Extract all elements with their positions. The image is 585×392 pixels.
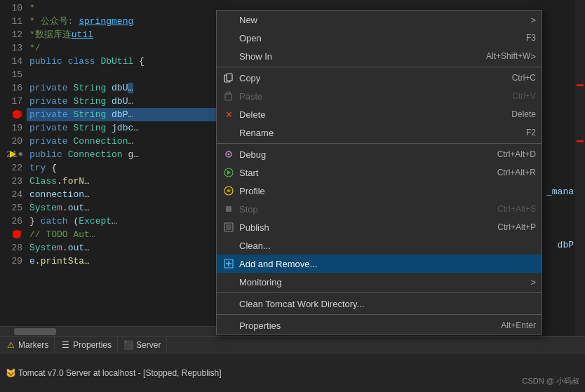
properties-icon: ☰ [60, 340, 70, 350]
rename-icon [222, 126, 235, 139]
show-in-arrow: > [530, 51, 536, 62]
menu-profile-label: Profile [239, 186, 522, 196]
tab-markers-label: Markers [18, 340, 48, 350]
watermark: CSDN @ 小码叔 [523, 376, 579, 386]
svg-rect-1 [227, 74, 232, 81]
markers-icon: ⚠ [6, 340, 15, 350]
tab-bar: ⚠ Markers ☰ Properties ⬛ Server [0, 336, 585, 353]
menu-open-label: Open [239, 33, 512, 43]
side-label-dbp: dbP [558, 240, 574, 250]
menu-item-start[interactable]: Start Ctrl+Alt+R [217, 163, 542, 182]
menu-publish-label: Publish [239, 222, 483, 233]
clean-tomcat-icon [222, 297, 235, 310]
menu-new-label: New [239, 15, 530, 25]
svg-marker-7 [227, 170, 231, 175]
menu-item-delete[interactable]: ✕ Delete Delete [217, 105, 542, 123]
status-bar: 🐱 Tomcat v7.0 Server at localhost - [Sto… [0, 353, 585, 392]
menu-item-debug[interactable]: Debug Ctrl+Alt+D [217, 145, 542, 163]
menu-item-stop[interactable]: Stop Ctrl+Alt+S [217, 200, 542, 218]
tomcat-icon: 🐱 [6, 368, 15, 378]
separator-2 [217, 143, 542, 144]
monitoring-icon [222, 276, 235, 288]
add-remove-icon [222, 257, 235, 270]
menu-delete-label: Delete [239, 109, 497, 120]
menu-rename-shortcut: F2 [512, 128, 536, 137]
menu-add-remove-label: Add and Remove... [239, 259, 536, 269]
scroll-marker [577, 84, 584, 86]
menu-copy-label: Copy [239, 73, 498, 83]
menu-show-in-shortcut: Alt+Shift+W [472, 51, 530, 61]
clean-icon [222, 239, 235, 252]
menu-item-paste[interactable]: Paste Ctrl+V [217, 87, 542, 105]
menu-item-profile[interactable]: Profile [217, 182, 542, 200]
context-menu: New > Open F3 Show In Alt+Shift+W > Copy… [216, 10, 542, 335]
publish-icon [222, 221, 235, 234]
menu-rename-label: Rename [239, 128, 512, 138]
debug-icon [222, 148, 235, 161]
right-gutter [575, 0, 585, 337]
scroll-marker-2 [577, 140, 584, 142]
menu-properties-label: Properties [239, 320, 487, 331]
menu-item-publish[interactable]: Publish Ctrl+Alt+P [217, 218, 542, 236]
copy-icon [222, 72, 235, 84]
show-in-icon [222, 50, 235, 62]
separator-3 [217, 292, 542, 293]
menu-stop-shortcut: Ctrl+Alt+S [483, 204, 536, 214]
menu-paste-label: Paste [239, 91, 498, 102]
separator-1 [217, 67, 542, 67]
menu-debug-label: Debug [239, 149, 483, 160]
menu-item-add-remove[interactable]: Add and Remove... [217, 255, 542, 273]
menu-publish-shortcut: Ctrl+Alt+P [483, 222, 536, 232]
menu-item-copy[interactable]: Copy Ctrl+C [217, 69, 542, 87]
properties-menu-icon [222, 319, 235, 332]
stop-icon [222, 203, 235, 215]
svg-rect-2 [225, 94, 231, 100]
menu-monitoring-label: Monitoring [239, 277, 530, 288]
menu-item-monitoring[interactable]: Monitoring > [217, 273, 542, 291]
menu-clean-label: Clean... [239, 241, 536, 251]
tab-server-label: Server [136, 340, 161, 350]
menu-item-clean-tomcat[interactable]: Clean Tomcat Work Directory... [217, 295, 542, 313]
menu-delete-shortcut: Delete [497, 109, 536, 119]
scrollbar-thumb[interactable] [14, 328, 56, 335]
menu-item-clean[interactable]: Clean... [217, 236, 542, 255]
menu-paste-shortcut: Ctrl+V [498, 91, 536, 101]
menu-open-shortcut: F3 [512, 33, 536, 43]
menu-copy-shortcut: Ctrl+C [498, 73, 536, 83]
menu-debug-shortcut: Ctrl+Alt+D [483, 149, 536, 159]
menu-item-show-in[interactable]: Show In Alt+Shift+W > [217, 47, 542, 65]
menu-start-label: Start [239, 168, 483, 178]
menu-item-rename[interactable]: Rename F2 [217, 123, 542, 142]
line-numbers: 10 11 12 13 14 15 16 17 18 19 20 21◉ 22 … [0, 0, 27, 268]
new-arrow: > [530, 15, 536, 25]
menu-show-in-label: Show In [239, 51, 472, 62]
tab-properties-label: Properties [73, 340, 112, 350]
tab-markers[interactable]: ⚠ Markers [0, 337, 55, 353]
start-icon [222, 166, 235, 179]
svg-rect-3 [227, 92, 230, 94]
tab-properties[interactable]: ☰ Properties [55, 337, 118, 353]
profile-icon [222, 184, 235, 197]
paste-icon [222, 90, 235, 102]
code-editor: 10 11 12 13 14 15 16 17 18 19 20 21◉ 22 … [0, 0, 585, 392]
server-icon: ⬛ [123, 340, 133, 350]
side-label-mana: _mana [546, 187, 574, 197]
server-status: 🐱 Tomcat v7.0 Server at localhost - [Sto… [6, 368, 221, 378]
new-icon [222, 13, 235, 26]
separator-4 [217, 314, 542, 315]
menu-start-shortcut: Ctrl+Alt+R [483, 168, 536, 177]
menu-stop-label: Stop [239, 204, 483, 215]
code-area: 10 11 12 13 14 15 16 17 18 19 20 21◉ 22 … [0, 0, 217, 337]
menu-item-open[interactable]: Open F3 [217, 29, 542, 47]
server-status-text: Tomcat v7.0 Server at localhost - [Stopp… [18, 368, 221, 378]
monitoring-arrow: > [530, 277, 536, 288]
menu-item-new[interactable]: New > [217, 11, 542, 29]
tab-server[interactable]: ⬛ Server [118, 337, 167, 353]
menu-properties-shortcut: Alt+Enter [487, 320, 536, 330]
svg-point-5 [228, 154, 230, 156]
open-icon [222, 32, 235, 44]
menu-item-properties[interactable]: Properties Alt+Enter [217, 316, 542, 334]
menu-clean-tomcat-label: Clean Tomcat Work Directory... [239, 299, 536, 309]
horizontal-scrollbar[interactable] [0, 326, 217, 336]
delete-icon: ✕ [222, 108, 235, 121]
